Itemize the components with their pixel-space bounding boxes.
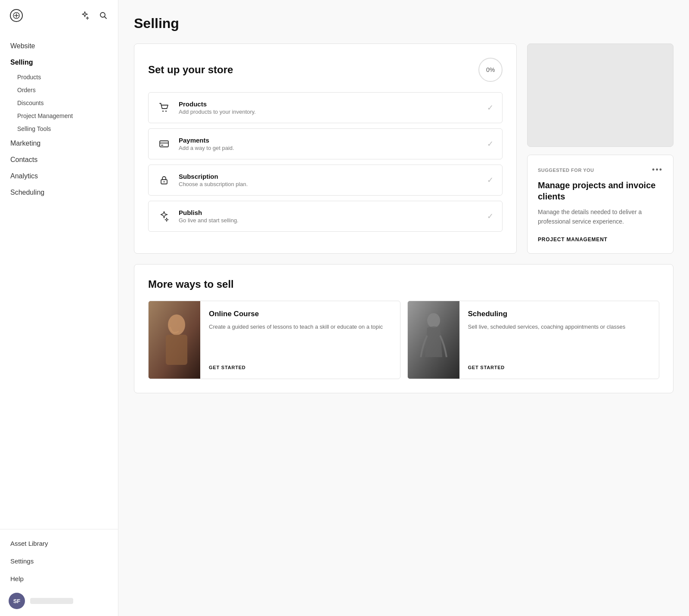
sidebar-settings[interactable]: Settings bbox=[9, 554, 109, 568]
page-title: Selling bbox=[134, 16, 673, 31]
online-course-cta[interactable]: GET STARTED bbox=[209, 365, 391, 370]
setup-card: Set up your store 0% Products Add produc… bbox=[134, 44, 517, 254]
online-course-content: Online Course Create a guided series of … bbox=[200, 301, 400, 379]
svg-rect-3 bbox=[160, 141, 168, 147]
suggestion-header: Suggested for you ••• bbox=[538, 165, 663, 174]
sidebar-header bbox=[0, 0, 118, 31]
svg-point-1 bbox=[162, 111, 164, 112]
check-icon-payments: ✓ bbox=[487, 139, 493, 149]
sidebar-toolbar bbox=[78, 9, 109, 22]
main-content: Selling Set up your store 0% Products bbox=[118, 0, 689, 616]
setup-item-products-text: Products Add products to your inventory. bbox=[179, 100, 479, 115]
suggestion-title: Manage projects and invoice clients bbox=[538, 180, 663, 202]
publish-icon bbox=[157, 209, 171, 223]
setup-item-subscription-text: Subscription Choose a subscription plan. bbox=[179, 173, 479, 187]
setup-item-payments-text: Payments Add a way to get paid. bbox=[179, 137, 479, 151]
svg-point-0 bbox=[100, 12, 105, 17]
svg-rect-4 bbox=[161, 145, 163, 146]
sidebar-subitem-selling-tools[interactable]: Selling Tools bbox=[0, 122, 118, 135]
sidebar-nav: Website Selling Products Orders Discount… bbox=[0, 31, 118, 529]
svg-point-2 bbox=[165, 111, 167, 112]
scheduling-desc: Sell live, scheduled services, coaching … bbox=[468, 323, 651, 358]
sidebar-bottom: Asset Library Settings Help SF bbox=[0, 529, 118, 616]
setup-header: Set up your store 0% bbox=[148, 58, 503, 82]
logo[interactable] bbox=[9, 8, 24, 23]
sidebar-asset-library[interactable]: Asset Library bbox=[9, 536, 109, 551]
suggestion-label: Suggested for you bbox=[538, 168, 594, 173]
progress-indicator: 0% bbox=[478, 58, 503, 82]
scheduling-cta[interactable]: GET STARTED bbox=[468, 365, 651, 370]
sidebar-subitem-products[interactable]: Products bbox=[0, 71, 118, 84]
setup-item-payments-desc: Add a way to get paid. bbox=[179, 145, 479, 151]
setup-item-publish[interactable]: Publish Go live and start selling. ✓ bbox=[148, 201, 503, 232]
payment-icon bbox=[157, 137, 171, 151]
more-way-online-course[interactable]: Online Course Create a guided series of … bbox=[148, 301, 400, 379]
sidebar-item-marketing[interactable]: Marketing bbox=[0, 135, 118, 152]
suggestion-card: Suggested for you ••• Manage projects an… bbox=[527, 155, 673, 254]
setup-item-publish-desc: Go live and start selling. bbox=[179, 217, 479, 224]
right-column: Suggested for you ••• Manage projects an… bbox=[527, 44, 673, 254]
promo-image bbox=[527, 44, 673, 147]
sidebar-subitem-project-management[interactable]: Project Management bbox=[0, 109, 118, 122]
sidebar-item-selling[interactable]: Selling bbox=[0, 54, 118, 71]
sidebar: Website Selling Products Orders Discount… bbox=[0, 0, 118, 616]
svg-rect-9 bbox=[166, 335, 187, 365]
online-course-image bbox=[149, 301, 200, 379]
sidebar-item-contacts[interactable]: Contacts bbox=[0, 152, 118, 168]
lock-icon bbox=[157, 173, 171, 187]
setup-item-products-title: Products bbox=[179, 100, 479, 108]
sidebar-item-website[interactable]: Website bbox=[0, 38, 118, 54]
more-ways-card: More ways to sell bbox=[134, 264, 673, 393]
check-icon-products: ✓ bbox=[487, 103, 493, 112]
setup-item-publish-title: Publish bbox=[179, 209, 479, 216]
setup-title: Set up your store bbox=[148, 64, 233, 76]
sidebar-item-scheduling[interactable]: Scheduling bbox=[0, 184, 118, 201]
check-icon-publish: ✓ bbox=[487, 212, 493, 221]
setup-item-publish-text: Publish Go live and start selling. bbox=[179, 209, 479, 224]
setup-item-payments-title: Payments bbox=[179, 137, 479, 144]
sidebar-subitem-orders[interactable]: Orders bbox=[0, 84, 118, 96]
search-button[interactable] bbox=[97, 9, 109, 22]
more-options-button[interactable]: ••• bbox=[652, 165, 663, 174]
sidebar-subitem-discounts[interactable]: Discounts bbox=[0, 96, 118, 109]
content-grid: Set up your store 0% Products Add produc… bbox=[134, 44, 673, 254]
online-course-name: Online Course bbox=[209, 310, 391, 318]
user-name bbox=[30, 598, 73, 604]
setup-item-payments[interactable]: Payments Add a way to get paid. ✓ bbox=[148, 128, 503, 159]
scheduling-name: Scheduling bbox=[468, 310, 651, 318]
sidebar-help[interactable]: Help bbox=[9, 572, 109, 586]
online-course-desc: Create a guided series of lessons to tea… bbox=[209, 323, 391, 358]
setup-item-products[interactable]: Products Add products to your inventory.… bbox=[148, 92, 503, 123]
setup-item-subscription-title: Subscription bbox=[179, 173, 479, 180]
suggestion-description: Manage the details needed to deliver a p… bbox=[538, 207, 663, 227]
sidebar-item-analytics[interactable]: Analytics bbox=[0, 168, 118, 184]
more-way-scheduling[interactable]: Scheduling Sell live, scheduled services… bbox=[407, 301, 660, 379]
setup-item-subscription[interactable]: Subscription Choose a subscription plan.… bbox=[148, 165, 503, 196]
more-ways-grid: Online Course Create a guided series of … bbox=[148, 301, 659, 379]
scheduling-image bbox=[408, 301, 459, 379]
setup-item-products-desc: Add products to your inventory. bbox=[179, 109, 479, 115]
setup-item-subscription-desc: Choose a subscription plan. bbox=[179, 181, 479, 187]
svg-point-6 bbox=[164, 181, 165, 183]
svg-point-11 bbox=[427, 313, 440, 328]
ai-button[interactable] bbox=[78, 9, 91, 22]
suggestion-cta-link[interactable]: PROJECT MANAGEMENT bbox=[538, 236, 608, 243]
user-profile[interactable]: SF bbox=[9, 593, 109, 609]
more-ways-title: More ways to sell bbox=[148, 278, 659, 290]
cart-icon bbox=[157, 101, 171, 115]
check-icon-subscription: ✓ bbox=[487, 175, 493, 185]
avatar: SF bbox=[9, 593, 25, 609]
scheduling-content: Scheduling Sell live, scheduled services… bbox=[459, 301, 659, 379]
